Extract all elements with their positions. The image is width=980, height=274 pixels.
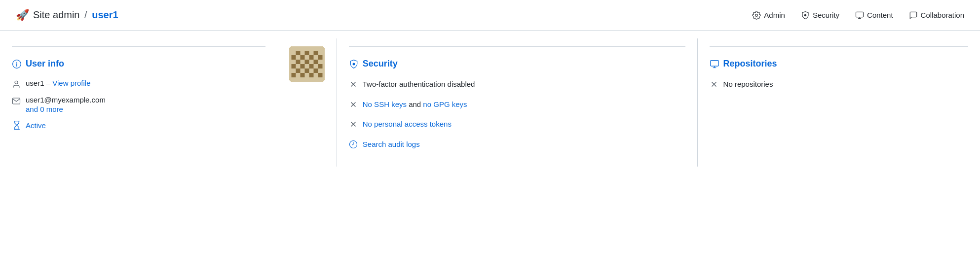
svg-rect-20 <box>300 64 304 68</box>
security-item-keys: No SSH keys and no GPG keys <box>349 99 685 110</box>
hourglass-icon <box>12 120 22 130</box>
svg-rect-17 <box>304 60 309 64</box>
x-icon-2fa <box>349 80 358 89</box>
email-address: user1@myexample.com <box>26 96 106 104</box>
user-info-section: User info user1 – View profile <box>0 38 337 167</box>
security-item-tokens: No personal access tokens <box>349 119 685 130</box>
svg-point-0 <box>804 14 807 16</box>
security-item-audit: Search audit logs <box>349 139 685 150</box>
repos-top-divider <box>710 46 968 47</box>
svg-rect-19 <box>291 64 296 68</box>
email-icon <box>12 97 21 105</box>
svg-rect-27 <box>300 73 304 77</box>
shield-icon <box>801 11 810 20</box>
chat-icon <box>909 11 918 20</box>
security-section: Security Two-factor authentication disab… <box>337 38 698 167</box>
nav-content-label: Content <box>867 11 893 19</box>
security-header: Security <box>349 59 685 69</box>
main-content: User info user1 – View profile <box>0 38 980 167</box>
svg-rect-14 <box>309 55 313 60</box>
svg-rect-28 <box>309 73 313 77</box>
clock-icon <box>349 140 358 149</box>
status-label: Active <box>26 121 46 130</box>
svg-rect-23 <box>296 68 300 73</box>
no-gpg-keys-link[interactable]: no GPG keys <box>423 100 467 108</box>
repos-title: Repositories <box>723 59 777 69</box>
svg-rect-16 <box>296 60 300 64</box>
svg-rect-12 <box>291 55 296 60</box>
avatar-area <box>277 38 337 167</box>
username-label: user1 <box>92 9 118 20</box>
svg-rect-24 <box>304 68 309 73</box>
no-repos-text: No repositories <box>723 80 773 88</box>
svg-rect-21 <box>309 64 313 68</box>
keys-text: No SSH keys and no GPG keys <box>363 99 467 110</box>
nav-admin-label: Admin <box>764 11 785 19</box>
header-left: 🚀 Site admin / user1 <box>16 9 118 22</box>
svg-rect-9 <box>296 51 300 55</box>
nav-item-content[interactable]: Content <box>855 9 893 22</box>
user-info-title: User info <box>26 59 64 69</box>
svg-rect-18 <box>313 60 318 64</box>
security-title: Security <box>363 59 398 69</box>
svg-rect-10 <box>304 51 309 55</box>
x-icon-tokens <box>349 120 358 129</box>
tokens-text: No personal access tokens <box>363 119 452 130</box>
rocket-icon: 🚀 <box>16 9 29 22</box>
username-content: user1 – View profile <box>26 79 90 87</box>
2fa-text: Two-factor authentication disabled <box>363 79 475 90</box>
monitor-icon <box>855 11 864 20</box>
security-shield-icon <box>349 59 359 69</box>
email-row: user1@myexample.com and 0 more <box>12 96 265 113</box>
header-nav: Admin Security Content Collaboration <box>752 9 964 22</box>
breadcrumb-separator: / <box>84 9 87 20</box>
nav-item-collaboration[interactable]: Collaboration <box>909 9 964 22</box>
user-info-content: User info user1 – View profile <box>0 38 277 167</box>
username-row: user1 – View profile <box>12 79 265 89</box>
svg-rect-13 <box>300 55 304 60</box>
x-icon-repos <box>710 80 718 89</box>
status-row: Active <box>12 120 265 130</box>
info-icon <box>12 59 22 69</box>
username-text: user1 – View profile <box>26 79 90 87</box>
audit-text: Search audit logs <box>363 139 420 150</box>
nav-security-label: Security <box>813 11 839 19</box>
svg-rect-29 <box>318 73 322 77</box>
svg-rect-22 <box>318 64 322 68</box>
repos-monitor-icon <box>710 59 719 69</box>
nav-collaboration-label: Collaboration <box>921 11 964 19</box>
top-divider <box>12 46 265 47</box>
email-more-link[interactable]: and 0 more <box>26 105 106 113</box>
svg-rect-11 <box>313 51 318 55</box>
security-item-2fa: Two-factor authentication disabled <box>349 79 685 90</box>
person-icon <box>12 80 21 89</box>
svg-rect-38 <box>710 60 718 66</box>
user-info-header: User info <box>12 59 265 69</box>
repositories-section: Repositories No repositories <box>698 38 980 167</box>
security-top-divider <box>349 46 685 47</box>
svg-point-30 <box>352 63 355 65</box>
nav-item-security[interactable]: Security <box>801 9 839 22</box>
x-icon-keys <box>349 100 358 109</box>
repo-item-none: No repositories <box>710 79 968 89</box>
repos-header: Repositories <box>710 59 968 69</box>
svg-rect-25 <box>313 68 318 73</box>
keys-and-text: and <box>409 100 423 108</box>
site-admin-label: Site admin <box>33 9 80 20</box>
nav-item-admin[interactable]: Admin <box>752 9 785 22</box>
avatar-image <box>289 46 325 82</box>
avatar <box>289 46 325 82</box>
svg-rect-15 <box>318 55 322 60</box>
search-audit-logs-link[interactable]: Search audit logs <box>363 140 420 148</box>
view-profile-link[interactable]: View profile <box>52 79 90 87</box>
no-ssh-keys-link[interactable]: No SSH keys <box>363 100 407 108</box>
svg-point-7 <box>15 81 18 84</box>
page-breadcrumb: Site admin / user1 <box>33 9 118 21</box>
gear-icon <box>752 11 761 20</box>
svg-rect-26 <box>291 73 296 77</box>
header: 🚀 Site admin / user1 Admin Security <box>0 0 980 31</box>
no-tokens-link[interactable]: No personal access tokens <box>363 120 452 128</box>
email-content: user1@myexample.com and 0 more <box>26 96 106 113</box>
svg-rect-1 <box>856 12 864 17</box>
